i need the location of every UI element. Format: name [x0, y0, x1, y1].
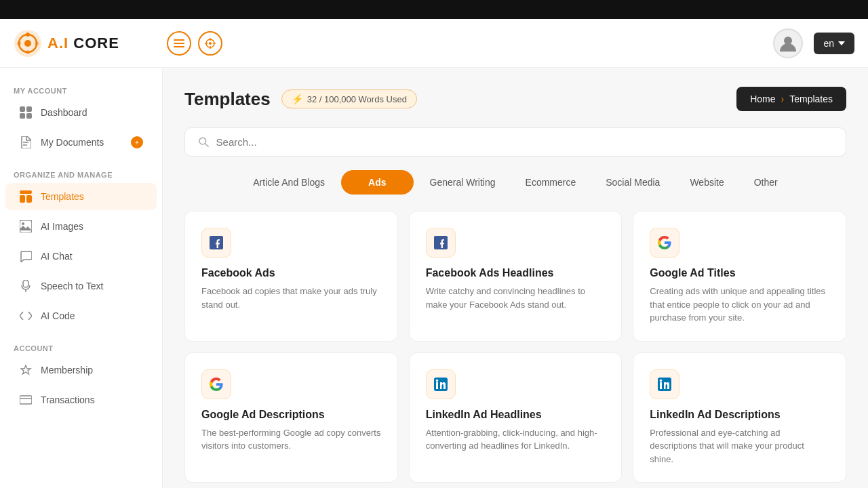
svg-point-36	[435, 379, 438, 382]
card-icon-facebook-ads	[201, 228, 231, 258]
ai-code-icon	[19, 309, 33, 323]
breadcrumb-home[interactable]: Home	[750, 94, 775, 104]
card-desc-google-ad-titles: Creating ads with unique and appealing t…	[650, 285, 829, 325]
card-icon-linkedin-ad-descriptions	[650, 369, 679, 399]
sidebar-item-templates[interactable]: Templates	[5, 183, 157, 210]
language-button[interactable]: en	[814, 33, 854, 54]
target-button[interactable]	[198, 31, 222, 56]
card-title-facebook-ads-headlines: Facebook Ads Headlines	[426, 267, 606, 279]
tab-article-blogs[interactable]: Article And Blogs	[239, 170, 338, 195]
card-desc-linkedin-ad-descriptions: Professional and eye-catching ad descrip…	[650, 426, 829, 466]
card-icon-google-ad-descriptions	[201, 369, 231, 399]
tab-social-media[interactable]: Social Media	[592, 170, 673, 195]
words-badge: ⚡ 32 / 100,000 Words Used	[281, 89, 417, 108]
menu-button[interactable]	[167, 31, 191, 56]
card-google-ad-titles[interactable]: Google Ad Titles Creating ads with uniqu…	[633, 211, 846, 342]
page-title: Templates	[184, 89, 271, 110]
sidebar-label-my-documents: My Documents	[41, 137, 104, 148]
svg-rect-7	[174, 39, 184, 41]
search-icon	[199, 137, 210, 148]
dashboard-icon	[19, 106, 33, 119]
documents-icon	[19, 136, 33, 149]
search-bar	[184, 127, 846, 157]
membership-icon	[19, 363, 33, 377]
card-desc-linkedin-ad-headlines: Attention-grabbing, click-inducing, and …	[426, 426, 606, 453]
svg-rect-35	[436, 382, 438, 389]
svg-rect-9	[174, 46, 184, 47]
sidebar-item-ai-code[interactable]: AI Code	[5, 302, 157, 329]
breadcrumb-current: Templates	[789, 94, 833, 104]
svg-rect-30	[20, 396, 32, 404]
tab-ecommerce[interactable]: Ecommerce	[512, 170, 590, 195]
breadcrumb: Home › Templates	[736, 87, 846, 111]
sidebar-section-organize: Organize and Manage	[0, 165, 162, 182]
card-google-ad-descriptions[interactable]: Google Ad Descriptions The best-performi…	[184, 352, 398, 483]
ai-chat-icon	[19, 249, 33, 263]
card-linkedin-ad-headlines[interactable]: LinkedIn Ad Headlines Attention-grabbing…	[409, 352, 623, 483]
card-title-linkedin-ad-descriptions: LinkedIn Ad Descriptions	[650, 409, 829, 421]
templates-icon	[19, 190, 33, 203]
card-title-google-ad-titles: Google Ad Titles	[650, 267, 829, 279]
cards-grid: Facebook Ads Facebook ad copies that mak…	[184, 211, 846, 483]
svg-rect-18	[26, 106, 32, 112]
tab-website[interactable]: Website	[676, 170, 737, 195]
sidebar-label-templates: Templates	[41, 191, 84, 202]
documents-badge: +	[131, 136, 143, 148]
tab-general-writing[interactable]: General Writing	[416, 170, 509, 195]
card-icon-facebook-ads-headlines	[426, 228, 456, 258]
main-layout: My Account Dashboard My Documents + Orga…	[0, 68, 868, 488]
sidebar-item-my-documents[interactable]: My Documents +	[5, 129, 157, 156]
sidebar-item-transactions[interactable]: Transactions	[5, 386, 157, 413]
svg-point-32	[199, 138, 206, 144]
tab-ads[interactable]: Ads	[341, 170, 413, 195]
card-desc-google-ad-descriptions: The best-performing Google ad copy conve…	[201, 426, 381, 453]
ai-images-icon	[19, 220, 33, 233]
sidebar-label-speech-to-text: Speech to Text	[41, 281, 103, 291]
transactions-icon	[19, 393, 33, 407]
svg-rect-23	[20, 190, 32, 194]
svg-point-2	[24, 40, 31, 47]
card-icon-google-ad-titles	[650, 228, 679, 258]
bolt-icon: ⚡	[292, 94, 303, 104]
sidebar-label-ai-images: AI Images	[41, 221, 83, 232]
sidebar-label-membership: Membership	[41, 365, 93, 375]
header: A.I CORE en	[0, 19, 868, 68]
svg-point-27	[22, 222, 24, 225]
svg-rect-26	[20, 220, 32, 232]
logo-text: A.I CORE	[47, 35, 119, 52]
logo-icon	[14, 29, 42, 58]
svg-rect-17	[20, 106, 25, 112]
svg-rect-28	[23, 280, 28, 287]
card-desc-facebook-ads: Facebook ad copies that make your ads tr…	[201, 285, 381, 311]
sidebar-label-dashboard: Dashboard	[41, 107, 87, 118]
svg-point-3	[26, 33, 30, 37]
page-title-area: Templates ⚡ 32 / 100,000 Words Used	[184, 89, 417, 110]
sidebar-label-ai-code: AI Code	[41, 310, 75, 321]
svg-point-5	[17, 41, 21, 45]
svg-line-33	[205, 143, 209, 146]
sidebar-item-dashboard[interactable]: Dashboard	[5, 99, 157, 126]
card-title-facebook-ads: Facebook Ads	[201, 267, 381, 279]
sidebar-label-transactions: Transactions	[41, 394, 95, 405]
svg-rect-25	[26, 195, 32, 203]
speech-icon	[19, 279, 33, 293]
card-facebook-ads[interactable]: Facebook Ads Facebook ad copies that mak…	[184, 211, 398, 342]
words-used: 32 / 100,000 Words Used	[307, 94, 407, 104]
sidebar-item-speech-to-text[interactable]: Speech to Text	[5, 272, 157, 300]
card-linkedin-ad-descriptions[interactable]: LinkedIn Ad Descriptions Professional an…	[633, 352, 846, 483]
sidebar-item-membership[interactable]: Membership	[5, 357, 157, 384]
sidebar-section-account: Account	[0, 339, 162, 355]
svg-rect-19	[20, 113, 25, 119]
card-facebook-ads-headlines[interactable]: Facebook Ads Headlines Write catchy and …	[409, 211, 623, 342]
sidebar-item-ai-images[interactable]: AI Images	[5, 213, 157, 240]
sidebar-section-my-account: My Account	[0, 81, 162, 98]
svg-point-4	[26, 50, 30, 54]
svg-rect-38	[660, 382, 662, 389]
card-title-google-ad-descriptions: Google Ad Descriptions	[201, 409, 381, 421]
svg-rect-20	[26, 113, 32, 119]
search-input[interactable]	[216, 136, 832, 148]
breadcrumb-arrow: ›	[781, 94, 785, 104]
avatar-button[interactable]	[773, 28, 803, 58]
sidebar-item-ai-chat[interactable]: AI Chat	[5, 243, 157, 270]
tab-other[interactable]: Other	[741, 170, 791, 195]
